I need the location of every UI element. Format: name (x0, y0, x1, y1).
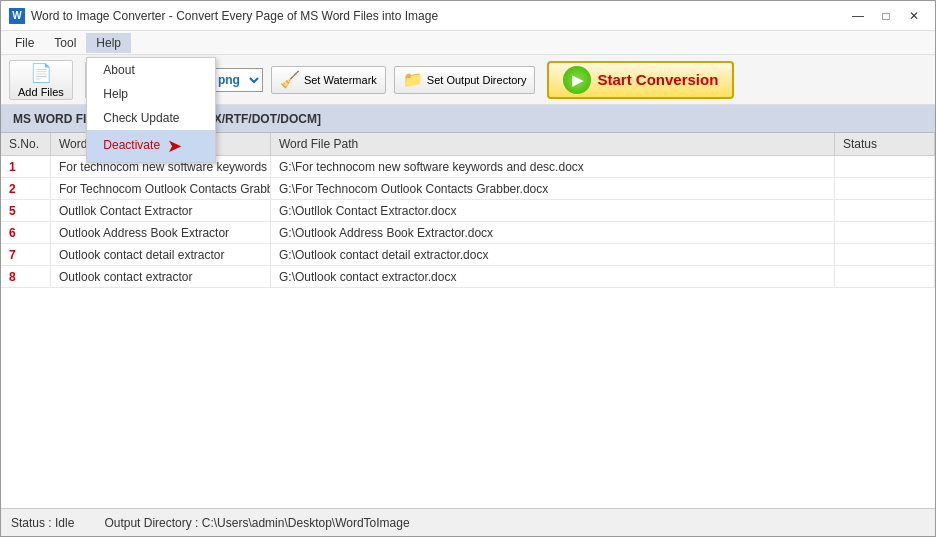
cell-status (835, 200, 935, 221)
cell-status (835, 222, 935, 243)
play-icon: ▶ (563, 66, 591, 94)
add-files-icon: 📄 (30, 62, 52, 84)
menu-file[interactable]: File (5, 33, 44, 53)
cell-sno: 5 (1, 200, 51, 221)
cell-name: Outlook contact detail extractor (51, 244, 271, 265)
menu-deactivate[interactable]: Deactivate ➤ (87, 130, 215, 162)
help-dropdown: About Help Check Update Deactivate ➤ (86, 57, 216, 163)
cell-status (835, 156, 935, 177)
broom-icon: 🧹 (280, 70, 300, 89)
deactivate-arrow: ➤ (167, 135, 182, 157)
app-icon: W (9, 8, 25, 24)
cell-sno: 2 (1, 178, 51, 199)
cell-path: G:\Outlook contact detail extractor.docx (271, 244, 835, 265)
cell-path: G:\Outlook Address Book Extractor.docx (271, 222, 835, 243)
col-sno: S.No. (1, 133, 51, 155)
cell-path: G:\For Technocom Outlook Contacts Grabbe… (271, 178, 835, 199)
output-value: C:\Users\admin\Desktop\WordToImage (202, 516, 410, 530)
status-bar: Status : Idle Output Directory : C:\User… (1, 508, 935, 536)
cell-sno: 1 (1, 156, 51, 177)
table-row[interactable]: 6 Outlook Address Book Extractor G:\Outl… (1, 222, 935, 244)
menu-about[interactable]: About (87, 58, 215, 82)
cell-sno: 7 (1, 244, 51, 265)
maximize-button[interactable]: □ (873, 5, 899, 27)
menu-check-update[interactable]: Check Update (87, 106, 215, 130)
status-value: Idle (55, 516, 74, 530)
cell-path: G:\Outlook contact extractor.docx (271, 266, 835, 287)
table-row[interactable]: 7 Outlook contact detail extractor G:\Ou… (1, 244, 935, 266)
add-files-button[interactable]: 📄 Add Files (9, 60, 73, 100)
table-row[interactable]: 5 Outllok Contact Extractor G:\Outllok C… (1, 200, 935, 222)
menu-help[interactable]: Help About Help Check Update Deactivate … (86, 33, 131, 53)
start-conversion-button[interactable]: ▶ Start Conversion (547, 61, 734, 99)
minimize-button[interactable]: — (845, 5, 871, 27)
window-title: Word to Image Converter - Convert Every … (31, 9, 438, 23)
cell-name: For Technocom Outlook Contacts Grabber (51, 178, 271, 199)
cell-name: Outlook contact extractor (51, 266, 271, 287)
cell-name: Outllok Contact Extractor (51, 200, 271, 221)
cell-status (835, 266, 935, 287)
set-watermark-button[interactable]: 🧹 Set Watermark (271, 66, 386, 94)
cell-status (835, 244, 935, 265)
title-bar: W Word to Image Converter - Convert Ever… (1, 1, 935, 31)
col-status: Status (835, 133, 935, 155)
cell-path: G:\Outllok Contact Extractor.docx (271, 200, 835, 221)
cell-name: Outlook Address Book Extractor (51, 222, 271, 243)
folder-icon: 📁 (403, 70, 423, 89)
close-button[interactable]: ✕ (901, 5, 927, 27)
menu-bar: File Tool Help About Help Check Update D… (1, 31, 935, 55)
cell-status (835, 178, 935, 199)
menu-tool[interactable]: Tool (44, 33, 86, 53)
cell-sno: 8 (1, 266, 51, 287)
main-window: W Word to Image Converter - Convert Ever… (0, 0, 936, 537)
table-row[interactable]: 8 Outlook contact extractor G:\Outlook c… (1, 266, 935, 288)
format-select[interactable]: png jpg bmp gif tiff (211, 68, 263, 92)
status-label: Status : (11, 516, 52, 530)
set-output-directory-button[interactable]: 📁 Set Output Directory (394, 66, 536, 94)
cell-sno: 6 (1, 222, 51, 243)
table-body: 1 For technocom new software keywords an… (1, 156, 935, 508)
cell-path: G:\For technocom new software keywords a… (271, 156, 835, 177)
table-row[interactable]: 2 For Technocom Outlook Contacts Grabber… (1, 178, 935, 200)
col-path: Word File Path (271, 133, 835, 155)
menu-help-item[interactable]: Help (87, 82, 215, 106)
output-label: Output Directory : (104, 516, 198, 530)
